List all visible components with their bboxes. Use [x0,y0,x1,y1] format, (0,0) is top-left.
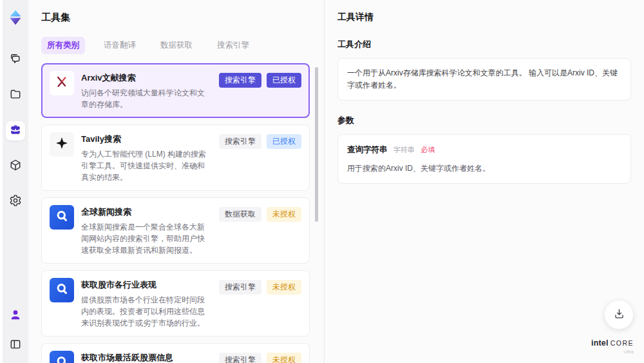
sidebar-item-chat[interactable] [6,50,25,70]
param-type: 字符串 [393,146,415,153]
briefcase-icon [9,123,22,139]
param-description: 用于搜索的Arxiv ID、关键字或作者姓名。 [347,162,621,175]
arxiv-icon [54,74,70,92]
tool-description: 访问各个研究领域大量科学论文和文章的存储库。 [81,87,212,110]
tool-name: Tavily搜索 [81,133,212,145]
sidebar-nav [6,50,25,211]
sidebar-item-folder[interactable] [6,86,25,105]
param-header: 查询字符串 字符串 必填 [347,143,621,156]
app-window: 工具集 所有类别语音翻译数据获取搜索引擎 Arxiv文献搜索 访问各个研究领域大… [0,0,644,363]
tool-description: 专为人工智能代理 (LLM) 构建的搜索引擎工具。可快速提供实时、准确和真实的结… [81,148,212,183]
tool-icon [50,205,74,230]
param-box: 查询字符串 字符串 必填 用于搜索的Arxiv ID、关键字或作者姓名。 [337,134,631,183]
tool-card[interactable]: Arxiv文献搜索 访问各个研究领域大量科学论文和文章的存储库。 搜索引擎 已授… [41,63,310,118]
ultra-logo-text: Ultra [591,349,634,355]
intel-core-logo: intelCORE Ultra [591,337,634,355]
tool-category-badge: 搜索引擎 [219,353,261,363]
sparkle-icon [54,135,70,153]
detail-title: 工具详情 [337,12,631,23]
sidebar-item-settings[interactable] [6,192,25,211]
sidebar-bottom [6,306,25,355]
tool-icon [50,132,74,157]
tool-auth-badge: 未授权 [267,353,301,363]
sidebar-item-account[interactable] [6,306,25,326]
tool-name: 全球新闻搜索 [81,206,212,218]
cube-icon [9,159,22,174]
tool-name: 获取市场最活跃股票信息 [81,352,212,363]
tool-auth-badge: 已授权 [267,134,301,149]
core-logo-text: CORE [611,339,634,347]
search-blue-icon [54,208,70,226]
tool-auth-badge: 未授权 [267,280,301,295]
tool-card[interactable]: Tavily搜索 专为人工智能代理 (LLM) 构建的搜索引擎工具。可快速提供实… [41,124,310,191]
sidebar-rail [0,0,28,363]
tab-1[interactable]: 语音翻译 [98,37,142,54]
tool-card[interactable]: 获取市场最活跃股票信息 提供当天交易量最高的股票列表，投资者可以利用这些信息来识… [41,343,310,363]
tool-category-badge: 搜索引擎 [219,73,261,88]
tool-description: 全球新闻搜索是一个聚合全球各大新闻网站内容的搜索引擎，帮助用户快速获取全球最新资… [81,221,212,256]
intel-logo-text: intel [591,338,609,348]
tab-0[interactable]: 所有类别 [41,37,85,54]
tab-3[interactable]: 搜索引擎 [211,37,255,54]
search-blue-icon [54,354,70,363]
tool-auth-badge: 未授权 [267,207,301,222]
tool-icon [50,278,74,302]
panel-icon [9,338,22,353]
scrollbar[interactable] [315,67,318,222]
tool-category-badge: 搜索引擎 [219,134,261,149]
tool-detail-panel: 工具详情 工具介绍 一个用于从Arxiv存储库搜索科学论文和文章的工具。 输入可… [324,0,644,363]
download-button[interactable] [604,300,634,329]
tool-auth-badge: 已授权 [267,73,301,88]
tool-description: 提供股票市场各个行业在特定时间段内的表现。投资者可以利用这些信息来识别表现优于或… [81,294,212,329]
tool-name: Arxiv文献搜索 [81,72,212,84]
sidebar-item-toolbox[interactable] [6,121,25,141]
tab-2[interactable]: 数据获取 [155,37,198,54]
chat-icon [9,52,22,68]
search-blue-icon [54,281,70,299]
tool-list-panel: 工具集 所有类别语音翻译数据获取搜索引擎 Arxiv文献搜索 访问各个研究领域大… [28,0,324,363]
tool-card[interactable]: 获取股市各行业表现 提供股票市场各个行业在特定时间段内的表现。投资者可以利用这些… [41,270,310,337]
folder-icon [9,88,22,103]
page-title: 工具集 [41,12,324,24]
download-icon [613,308,625,322]
sidebar-item-plugins[interactable] [6,157,25,176]
tool-category-badge: 搜索引擎 [219,280,261,295]
category-tabs: 所有类别语音翻译数据获取搜索引擎 [41,37,324,54]
tool-category-badge: 数据获取 [219,207,261,222]
intro-heading: 工具介绍 [337,39,631,50]
tool-name: 获取股市各行业表现 [81,279,212,291]
sidebar-item-panel-toggle[interactable] [6,336,25,355]
params-heading: 参数 [337,115,631,126]
tool-cards-list: Arxiv文献搜索 访问各个研究领域大量科学论文和文章的存储库。 搜索引擎 已授… [41,63,324,363]
param-required-badge: 必填 [421,146,435,153]
param-name: 查询字符串 [347,145,388,154]
tool-card[interactable]: 全球新闻搜索 全球新闻搜索是一个聚合全球各大新闻网站内容的搜索引擎，帮助用户快速… [41,197,310,264]
app-logo gem-logo-icon [7,9,24,26]
tool-icon [50,71,74,95]
gear-icon [9,194,22,210]
user-icon [9,308,22,324]
intro-box: 一个用于从Arxiv存储库搜索科学论文和文章的工具。 输入可以是Arxiv ID… [337,58,631,101]
intro-text: 一个用于从Arxiv存储库搜索科学论文和文章的工具。 输入可以是Arxiv ID… [347,68,618,90]
tool-icon [50,351,74,363]
